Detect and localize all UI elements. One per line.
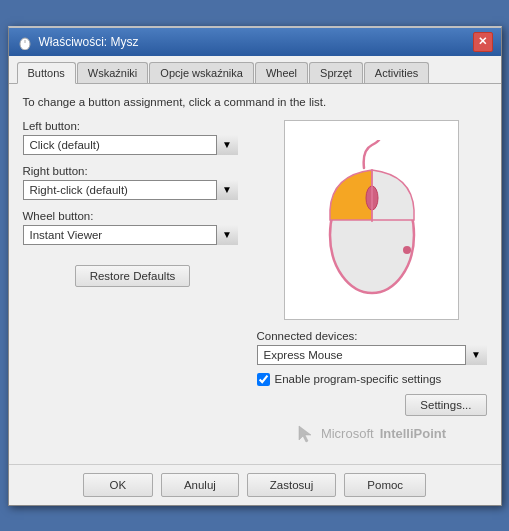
enable-settings-row: Enable program-specific settings <box>257 373 487 386</box>
svg-point-5 <box>403 246 411 254</box>
wheel-button-select[interactable]: Instant Viewer <box>23 225 238 245</box>
cancel-button[interactable]: Anuluj <box>161 473 239 497</box>
settings-button-row: Settings... <box>257 394 487 416</box>
right-button-select[interactable]: Right-click (default) <box>23 180 238 200</box>
svg-point-0 <box>20 38 30 50</box>
intellipoint-icon <box>297 424 315 444</box>
left-button-group: Left button: Click (default) ▼ <box>23 120 243 155</box>
enable-settings-checkbox[interactable] <box>257 373 270 386</box>
microsoft-text: Microsoft <box>321 426 374 441</box>
left-button-select[interactable]: Click (default) <box>23 135 238 155</box>
connected-device-select-wrapper: Express Mouse ▼ <box>257 345 487 365</box>
apply-button[interactable]: Zastosuj <box>247 473 336 497</box>
enable-settings-label: Enable program-specific settings <box>275 373 442 385</box>
right-panel: Connected devices: Express Mouse ▼ Enabl… <box>257 120 487 444</box>
titlebar-left: Właściwości: Mysz <box>17 34 139 50</box>
footer: OK Anuluj Zastosuj Pomoc <box>9 464 501 505</box>
tabs-bar: Buttons Wskaźniki Opcje wskaźnika Wheel … <box>9 56 501 84</box>
intellipoint-branding: Microsoft IntelliPoint <box>297 424 446 444</box>
tab-sprzet[interactable]: Sprzęt <box>309 62 363 83</box>
left-button-label: Left button: <box>23 120 243 132</box>
tab-buttons[interactable]: Buttons <box>17 62 76 84</box>
ok-button[interactable]: OK <box>83 473 153 497</box>
wheel-button-group: Wheel button: Instant Viewer ▼ <box>23 210 243 245</box>
settings-button[interactable]: Settings... <box>405 394 486 416</box>
connected-devices-label: Connected devices: <box>257 330 487 342</box>
mouse-illustration <box>312 140 432 300</box>
left-button-select-wrapper: Click (default) ▼ <box>23 135 238 155</box>
titlebar-icon <box>17 34 33 50</box>
main-layout: Left button: Click (default) ▼ Right but… <box>23 120 487 444</box>
tab-wskazniki[interactable]: Wskaźniki <box>77 62 149 83</box>
mouse-image <box>284 120 459 320</box>
tab-content: To change a button assignment, click a c… <box>9 84 501 456</box>
main-window: Właściwości: Mysz ✕ Buttons Wskaźniki Op… <box>8 26 502 506</box>
intellipoint-text: IntelliPoint <box>380 426 446 441</box>
tab-opcje[interactable]: Opcje wskaźnika <box>149 62 254 83</box>
right-button-select-wrapper: Right-click (default) ▼ <box>23 180 238 200</box>
connected-devices-section: Connected devices: Express Mouse ▼ Enabl… <box>257 330 487 416</box>
connected-device-select[interactable]: Express Mouse <box>257 345 487 365</box>
description-text: To change a button assignment, click a c… <box>23 96 487 108</box>
tab-activities[interactable]: Activities <box>364 62 429 83</box>
wheel-button-label: Wheel button: <box>23 210 243 222</box>
titlebar: Właściwości: Mysz ✕ <box>9 28 501 56</box>
restore-defaults-button[interactable]: Restore Defaults <box>75 265 191 287</box>
help-button[interactable]: Pomoc <box>344 473 426 497</box>
restore-defaults-row: Restore Defaults <box>23 265 243 287</box>
window-title: Właściwości: Mysz <box>39 35 139 49</box>
right-button-group: Right button: Right-click (default) ▼ <box>23 165 243 200</box>
left-panel: Left button: Click (default) ▼ Right but… <box>23 120 243 444</box>
close-button[interactable]: ✕ <box>473 32 493 52</box>
svg-marker-6 <box>299 426 311 442</box>
tab-wheel[interactable]: Wheel <box>255 62 308 83</box>
wheel-button-select-wrapper: Instant Viewer ▼ <box>23 225 238 245</box>
right-button-label: Right button: <box>23 165 243 177</box>
